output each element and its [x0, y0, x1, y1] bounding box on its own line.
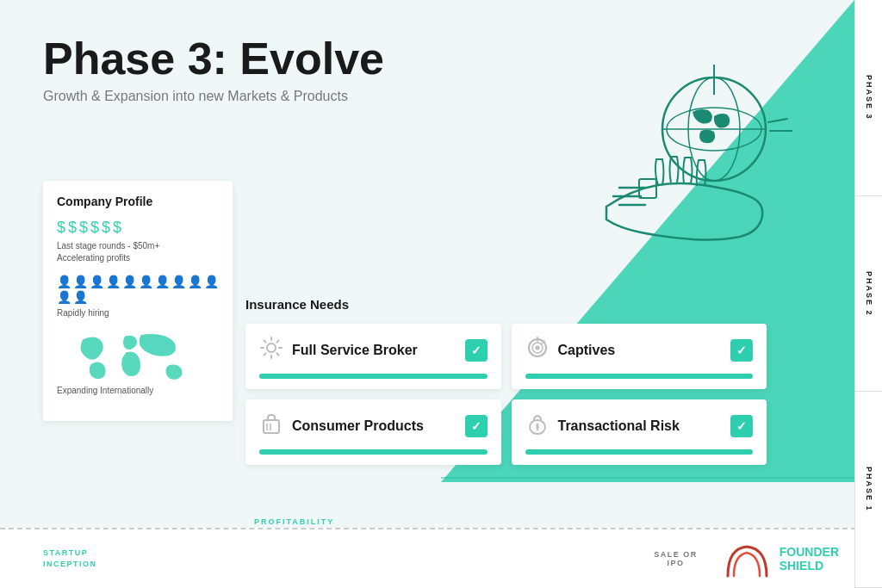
svg-text:$: $ [535, 423, 539, 430]
dollar-icon-2: $ [68, 219, 77, 237]
consumer-products-left: Consumer Products [259, 412, 424, 441]
target-icon [525, 336, 550, 365]
sale-ipo-label: SALE ORIPO [654, 550, 698, 567]
person-icon-11: 👤 [57, 290, 71, 304]
gear-icon [259, 336, 283, 365]
bag-icon [259, 412, 283, 441]
captives-header: Captives ✓ [525, 336, 754, 365]
svg-rect-19 [264, 420, 279, 433]
captives-left: Captives [525, 336, 616, 365]
phase-sidebar: PHASE 3 PHASE 2 PHASE 1 [854, 0, 882, 588]
funding-icons: $ $ $ $ $ $ [57, 219, 219, 237]
company-card-title: Company Profile [57, 195, 219, 208]
person-icon-4: 👤 [106, 275, 121, 288]
full-service-broker-header: Full Service Broker ✓ [259, 336, 488, 365]
funding-description: Last stage rounds - $50m+Accelerating pr… [57, 240, 219, 264]
company-profile-card: Company Profile $ $ $ $ $ $ Last stage r… [43, 181, 233, 421]
transactional-risk-left: $ Transactional Risk [525, 412, 680, 441]
full-service-broker-label: Full Service Broker [292, 343, 418, 358]
international-section: Expanding Internationally [57, 330, 219, 397]
svg-line-10 [768, 119, 787, 122]
person-icon-2: 👤 [73, 275, 88, 288]
insurance-grid: Full Service Broker ✓ [245, 324, 767, 465]
international-description: Expanding Internationally [57, 385, 219, 397]
person-icon-8: 👤 [171, 275, 186, 288]
money-bag-icon: $ [525, 412, 550, 441]
dollar-icon-4: $ [90, 219, 99, 237]
profitability-label: PROFITABILITY [254, 517, 334, 526]
svg-point-16 [535, 346, 539, 350]
full-service-broker-progress [259, 374, 488, 379]
person-icon-10: 👤 [204, 275, 219, 288]
full-service-broker-left: Full Service Broker [259, 336, 418, 365]
transactional-risk-header: $ Transactional Risk ✓ [525, 412, 754, 441]
captives-check: ✓ [730, 339, 753, 362]
person-icon-9: 👤 [188, 275, 202, 288]
dollar-icon-3: $ [79, 219, 88, 237]
logo-founder: FOUNDER [780, 545, 839, 559]
consumer-products-card: Consumer Products ✓ [245, 399, 501, 465]
founder-shield-arc [724, 540, 771, 579]
page-subtitle: Growth & Expansion into new Markets & Pr… [43, 89, 384, 104]
person-icon-5: 👤 [122, 275, 137, 288]
phase2-segment: PHASE 2 [855, 196, 882, 393]
consumer-products-progress [259, 449, 488, 455]
bottom-bar: STARTUPINCEPTION SALE ORIPO FOUNDER SHIE… [0, 528, 882, 588]
person-icon-12: 👤 [73, 290, 88, 304]
funding-section: $ $ $ $ $ $ Last stage rounds - $50m+Acc… [57, 219, 219, 264]
dollar-icon-6: $ [113, 219, 121, 237]
transactional-risk-check: ✓ [730, 415, 753, 437]
captives-label: Captives [558, 343, 616, 358]
consumer-products-check: ✓ [465, 415, 488, 437]
full-service-broker-card: Full Service Broker ✓ [245, 324, 501, 389]
people-icons: 👤 👤 👤 👤 👤 👤 👤 👤 👤 👤 👤 👤 [57, 275, 219, 304]
person-icon-6: 👤 [139, 275, 153, 288]
svg-point-13 [267, 344, 276, 352]
transactional-risk-label: Transactional Risk [558, 418, 680, 434]
full-service-broker-check: ✓ [465, 339, 488, 362]
captives-progress [525, 374, 754, 379]
page-title: Phase 3: Evolve [43, 34, 384, 84]
person-icon-7: 👤 [155, 275, 170, 288]
globe-illustration [581, 52, 796, 250]
title-area: Phase 3: Evolve Growth & Expansion into … [43, 34, 384, 104]
hiring-section: 👤 👤 👤 👤 👤 👤 👤 👤 👤 👤 👤 👤 Rapidly hiring [57, 275, 219, 319]
consumer-products-header: Consumer Products ✓ [259, 412, 488, 441]
insurance-needs-title: Insurance Needs [245, 297, 767, 312]
startup-inception-label: STARTUPINCEPTION [43, 548, 97, 571]
dollar-icon-5: $ [102, 219, 110, 237]
logo-text: FOUNDER SHIELD [780, 545, 839, 573]
person-icon-3: 👤 [90, 275, 104, 288]
logo-shield: SHIELD [780, 559, 823, 573]
phase1-segment: PHASE 1 [855, 392, 882, 588]
transactional-risk-card: $ Transactional Risk ✓ [512, 399, 767, 465]
founder-shield-logo: FOUNDER SHIELD [780, 545, 839, 573]
hiring-description: Rapidly hiring [57, 307, 219, 319]
insurance-needs-section: Insurance Needs Full Service Broker ✓ [245, 297, 767, 465]
transactional-risk-progress [525, 449, 754, 455]
consumer-products-label: Consumer Products [292, 418, 424, 434]
dollar-icon-1: $ [57, 219, 65, 237]
phase3-segment: PHASE 3 [855, 0, 882, 196]
world-map [57, 330, 219, 381]
captives-card: Captives ✓ [512, 324, 767, 389]
person-icon-1: 👤 [57, 275, 71, 288]
